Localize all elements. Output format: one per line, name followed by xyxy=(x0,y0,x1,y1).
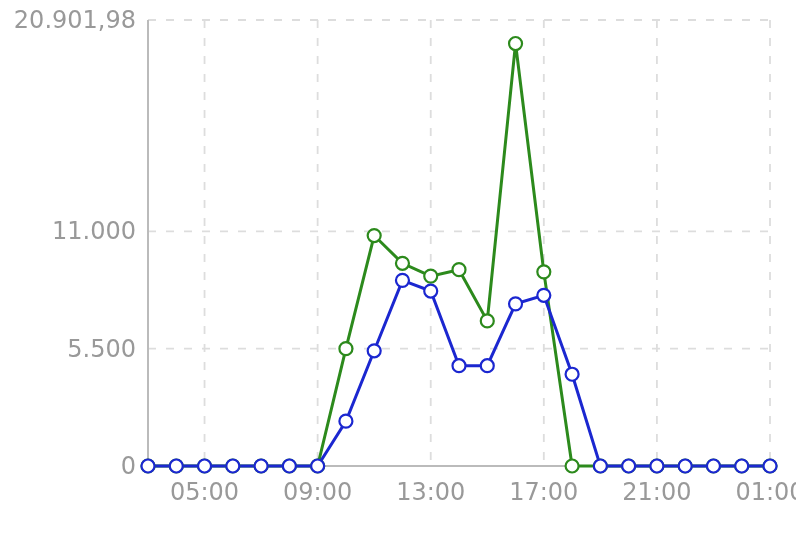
marker-green xyxy=(396,257,409,270)
x-tick-label: 01:00 xyxy=(735,478,796,506)
marker-blue xyxy=(566,368,579,381)
marker-blue xyxy=(481,359,494,372)
marker-blue xyxy=(622,460,635,473)
marker-blue xyxy=(650,460,663,473)
marker-blue xyxy=(396,274,409,287)
marker-blue xyxy=(142,460,155,473)
marker-blue xyxy=(537,289,550,302)
marker-blue xyxy=(679,460,692,473)
marker-blue xyxy=(424,285,437,298)
marker-green xyxy=(566,460,579,473)
marker-green xyxy=(481,314,494,327)
x-tick-label: 05:00 xyxy=(170,478,239,506)
y-tick-label: 5.500 xyxy=(67,335,136,363)
marker-blue xyxy=(764,460,777,473)
marker-blue xyxy=(170,460,183,473)
line-chart: 05.50011.00020.901,9805:0009:0013:0017:0… xyxy=(0,0,796,536)
y-tick-label: 11.000 xyxy=(52,217,136,245)
marker-blue xyxy=(509,297,522,310)
marker-green xyxy=(509,37,522,50)
marker-blue xyxy=(283,460,296,473)
series-line-green xyxy=(148,44,770,466)
marker-blue xyxy=(198,460,211,473)
marker-blue xyxy=(226,460,239,473)
y-tick-label: 0 xyxy=(121,452,136,480)
marker-blue xyxy=(339,415,352,428)
marker-blue xyxy=(255,460,268,473)
marker-green xyxy=(453,263,466,276)
marker-blue xyxy=(735,460,748,473)
marker-green xyxy=(537,265,550,278)
marker-blue xyxy=(594,460,607,473)
marker-blue xyxy=(311,460,324,473)
marker-blue xyxy=(453,359,466,372)
marker-blue xyxy=(368,344,381,357)
marker-blue xyxy=(707,460,720,473)
x-tick-label: 09:00 xyxy=(283,478,352,506)
y-tick-label: 20.901,98 xyxy=(14,6,136,34)
marker-green xyxy=(339,342,352,355)
x-tick-label: 21:00 xyxy=(622,478,691,506)
marker-green xyxy=(368,229,381,242)
x-tick-label: 17:00 xyxy=(509,478,578,506)
marker-green xyxy=(424,270,437,283)
x-tick-label: 13:00 xyxy=(396,478,465,506)
